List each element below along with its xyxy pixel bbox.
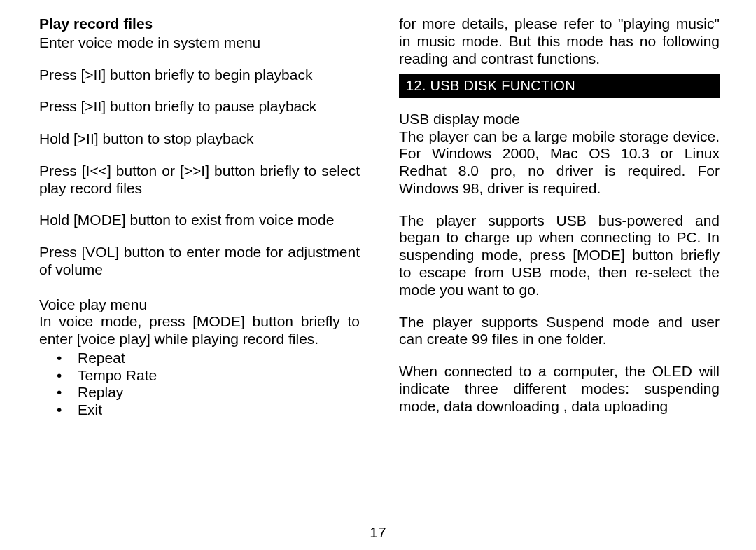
para-pause-playback: Press [>II] button briefly to pause play… [39, 98, 360, 116]
usb-display-mode-label: USB display mode [399, 111, 720, 128]
para-oled-modes: When connected to a computer, the OLED w… [399, 363, 720, 415]
para-stop-playback: Hold [>II] button to stop playback [39, 130, 360, 148]
para-select-files: Press [I<<] button or [>>I] button brief… [39, 163, 360, 198]
voice-play-menu-desc: In voice mode, press [MODE] button brief… [39, 313, 360, 348]
voice-play-menu-label: Voice play menu [39, 296, 360, 314]
para-more-details: for more details, please refer to "playi… [399, 15, 720, 67]
usb-display-mode-desc: The player can be a large mobile storage… [399, 128, 720, 198]
para-enter-voice: Enter voice mode in system menu [39, 34, 360, 52]
left-column: Play record files Enter voice mode in sy… [39, 15, 360, 429]
list-item: Repeat [57, 350, 360, 367]
para-volume: Press [VOL] button to enter mode for adj… [39, 244, 360, 279]
voice-play-menu-list: Repeat Tempo Rate Replay Exit [39, 350, 360, 419]
right-column: for more details, please refer to "playi… [399, 15, 720, 429]
page-columns: Play record files Enter voice mode in sy… [39, 15, 720, 429]
para-suspend-mode: The player supports Suspend mode and use… [399, 314, 720, 349]
list-item: Exit [57, 401, 360, 419]
page-number: 17 [0, 524, 756, 542]
usb-display-block: USB display mode The player can be a lar… [399, 111, 720, 198]
list-item: Tempo Rate [57, 367, 360, 385]
para-exit-voice: Hold [MODE] button to exist from voice m… [39, 212, 360, 229]
play-record-files-heading: Play record files [39, 15, 360, 33]
para-bus-powered: The player supports USB bus-powered and … [399, 212, 720, 299]
voice-play-menu-block: Voice play menu In voice mode, press [MO… [39, 296, 360, 348]
list-item: Replay [57, 384, 360, 401]
para-begin-playback: Press [>II] button briefly to begin play… [39, 67, 360, 84]
usb-disk-function-heading: 12. USB DISK FUNCTION [399, 74, 720, 98]
